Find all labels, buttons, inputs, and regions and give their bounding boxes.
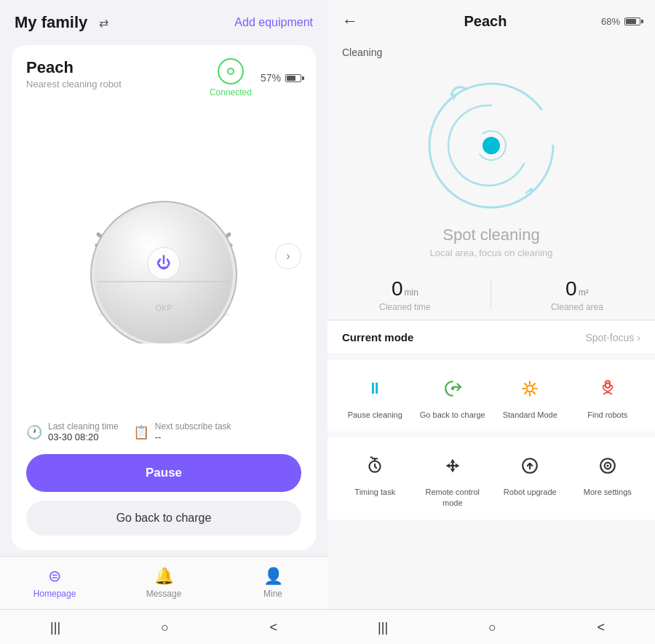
mode-title: Spot cleaning xyxy=(328,226,655,245)
homepage-icon: ⊜ xyxy=(48,567,61,586)
device-subtitle: Nearest cleaning robot xyxy=(26,79,122,90)
cleaned-time-value: 0 xyxy=(392,277,403,301)
cleaned-time-stat: 0 min Cleaned time xyxy=(379,277,431,312)
action-remote-control[interactable]: Remote control mode xyxy=(420,449,486,508)
connected-status: Connected xyxy=(210,58,252,98)
clock-icon: 🕐 xyxy=(26,424,42,440)
left-header: My family ⇄ Add equipment xyxy=(0,0,328,39)
action-pause-cleaning[interactable]: ⏸ Pause cleaning xyxy=(342,372,408,420)
cleaned-time-unit: min xyxy=(405,287,418,298)
more-settings-label: More settings xyxy=(584,487,632,497)
battery-icon xyxy=(285,74,301,82)
action-go-back-charge[interactable]: Go back to charge xyxy=(420,372,486,420)
robot-upgrade-icon xyxy=(513,449,547,482)
stats-row: 0 min Cleaned time 0 m² Cleaned area xyxy=(328,270,655,320)
nav-item-mine[interactable]: 👤 Mine xyxy=(218,562,328,603)
device-card: Peach Nearest cleaning robot Connected 5… xyxy=(12,45,316,550)
pause-cleaning-label: Pause cleaning xyxy=(348,410,402,420)
last-cleaning-label: Last cleaning time xyxy=(48,421,119,432)
device-name: Peach xyxy=(26,58,122,77)
right-battery-info: 68% xyxy=(601,16,640,27)
connected-circle xyxy=(218,58,244,84)
connected-text: Connected xyxy=(210,87,252,98)
cleaned-area-value: 0 xyxy=(565,277,577,301)
go-back-charge-icon xyxy=(436,372,469,405)
remote-control-label: Remote control mode xyxy=(420,487,486,508)
right-panel: ← Peach 68% Cleaning Sp xyxy=(328,0,655,644)
cleaning-animation xyxy=(328,58,655,226)
android-nav-right: ||| ○ < xyxy=(328,609,655,644)
back-button[interactable]: ← xyxy=(342,12,358,31)
connected-dot xyxy=(227,68,234,75)
svg-point-15 xyxy=(451,387,454,390)
right-battery-percent: 68% xyxy=(601,16,620,27)
actions-grid-2: Timing task Remote control mode xyxy=(328,437,655,520)
pause-cleaning-icon: ⏸ xyxy=(358,372,392,405)
action-find-robots[interactable]: Find robots xyxy=(575,372,641,420)
svg-text:⏻: ⏻ xyxy=(156,255,171,271)
right-title: Peach xyxy=(370,13,601,30)
android-home-btn-right[interactable]: ○ xyxy=(477,617,508,638)
android-nav-left: ||| ○ < xyxy=(0,609,328,644)
nav-item-homepage[interactable]: ⊜ Homepage xyxy=(0,562,109,603)
add-equipment-button[interactable]: Add equipment xyxy=(234,16,313,29)
bottom-nav: ⊜ Homepage 🔔 Message 👤 Mine xyxy=(0,556,328,609)
action-more-settings[interactable]: More settings xyxy=(575,449,641,508)
next-task-value: -- xyxy=(155,432,231,442)
clipboard-icon: 📋 xyxy=(133,424,149,440)
more-settings-icon xyxy=(591,449,624,482)
android-back-btn-right[interactable]: < xyxy=(585,617,616,638)
chevron-right-icon: › xyxy=(637,332,640,343)
mine-icon: 👤 xyxy=(263,567,283,586)
svg-point-14 xyxy=(483,137,500,154)
next-task-label: Next subscribe task xyxy=(155,421,231,432)
spot-cleaning-svg xyxy=(418,73,564,218)
mine-label: Mine xyxy=(263,589,282,599)
page-title: My family xyxy=(15,13,87,32)
remote-control-icon xyxy=(436,449,469,482)
go-back-charge-label: Go back to charge xyxy=(420,410,485,420)
device-card-top: Peach Nearest cleaning robot Connected 5… xyxy=(26,58,301,98)
battery-info: 57% xyxy=(261,72,301,84)
cleaned-area-stat: 0 m² Cleaned area xyxy=(551,277,603,312)
stats-divider xyxy=(491,280,491,309)
android-back-btn[interactable]: < xyxy=(258,617,289,638)
message-label: Message xyxy=(146,589,182,599)
cleaned-time-label: Cleaned time xyxy=(379,302,431,312)
current-mode-label: Current mode xyxy=(342,331,413,343)
svg-point-16 xyxy=(527,386,533,392)
battery-percent: 57% xyxy=(261,72,281,84)
left-panel: My family ⇄ Add equipment Peach Nearest … xyxy=(0,0,328,644)
mode-subtitle: Local area, focus on cleaning xyxy=(328,247,655,258)
android-home-btn[interactable]: ○ xyxy=(149,617,180,638)
right-header: ← Peach 68% xyxy=(328,0,655,42)
android-menu-btn[interactable]: ||| xyxy=(39,617,72,638)
current-mode-value: Spot-focus › xyxy=(585,332,640,343)
actions-grid-1: ⏸ Pause cleaning Go back to charge xyxy=(328,360,655,432)
status-label: Cleaning xyxy=(342,47,382,58)
nav-arrow[interactable]: › xyxy=(275,243,301,269)
last-cleaning-value: 03-30 08:20 xyxy=(48,432,119,442)
svg-point-23 xyxy=(606,465,608,467)
android-menu-btn-right[interactable]: ||| xyxy=(366,617,400,638)
homepage-label: Homepage xyxy=(33,589,76,599)
right-battery-icon xyxy=(624,17,640,25)
swap-icon[interactable]: ⇄ xyxy=(99,16,108,30)
next-task-item: 📋 Next subscribe task -- xyxy=(133,421,231,442)
goback-button[interactable]: Go back to charge xyxy=(26,501,301,536)
nav-item-message[interactable]: 🔔 Message xyxy=(109,562,218,603)
mode-row[interactable]: Current mode Spot-focus › xyxy=(328,320,655,354)
action-timing-task[interactable]: Timing task xyxy=(342,449,408,508)
action-robot-upgrade[interactable]: Robot upgrade xyxy=(497,449,563,508)
find-robots-label: Find robots xyxy=(587,410,627,420)
svg-point-17 xyxy=(606,383,611,388)
timing-task-icon xyxy=(358,449,392,482)
action-standard-mode[interactable]: Standard Mode xyxy=(497,372,563,420)
standard-mode-icon xyxy=(513,372,547,405)
standard-mode-label: Standard Mode xyxy=(503,410,557,420)
cleaned-area-label: Cleaned area xyxy=(551,302,603,312)
pause-button[interactable]: Pause xyxy=(26,454,301,492)
svg-text:OKP: OKP xyxy=(155,303,172,312)
svg-point-19 xyxy=(451,464,454,467)
cleaning-info: 🕐 Last cleaning time 03-30 08:20 📋 Next … xyxy=(26,421,301,442)
